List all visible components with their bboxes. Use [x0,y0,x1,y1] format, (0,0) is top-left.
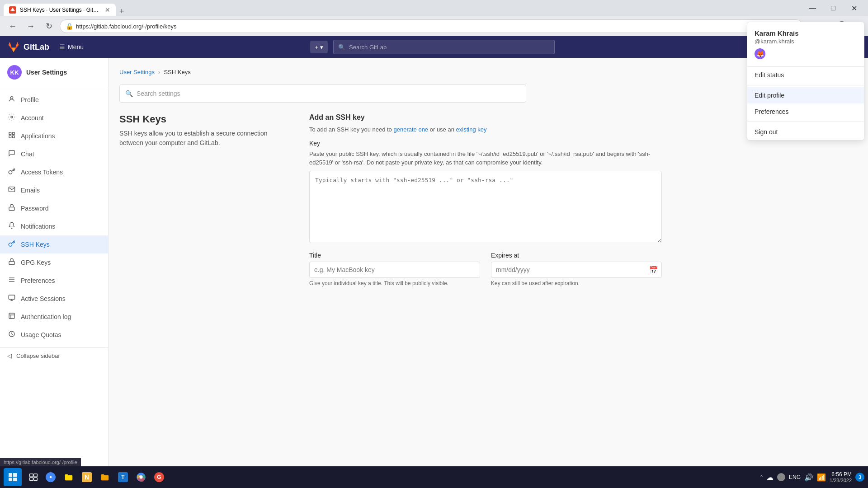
dropdown-overlay[interactable]: Karam Khrais @karam.khrais 🦊 Edit status… [0,0,868,488]
dropdown-item-label-edit-status: Edit status [755,71,784,79]
dropdown-avatar-small: 🦊 [755,48,765,59]
dropdown-item-label-edit-profile: Edit profile [755,92,784,99]
user-dropdown-menu: Karam Khrais @karam.khrais 🦊 Edit status… [747,22,864,141]
dropdown-item-edit-profile[interactable]: Edit profile [747,87,864,103]
dropdown-item-label-sign-out: Sign out [755,128,778,136]
dropdown-username: Karam Khrais [755,29,857,37]
dropdown-item-label-preferences: Preferences [755,108,788,115]
dropdown-handle: @karam.khrais [755,38,857,45]
dropdown-divider-2 [747,122,864,122]
dropdown-divider-1 [747,85,864,85]
dropdown-item-preferences[interactable]: Preferences [747,103,864,120]
dropdown-user-info: Karam Khrais @karam.khrais 🦊 [747,22,864,67]
dropdown-item-sign-out[interactable]: Sign out [747,124,864,140]
dropdown-item-edit-status[interactable]: Edit status [747,67,864,83]
